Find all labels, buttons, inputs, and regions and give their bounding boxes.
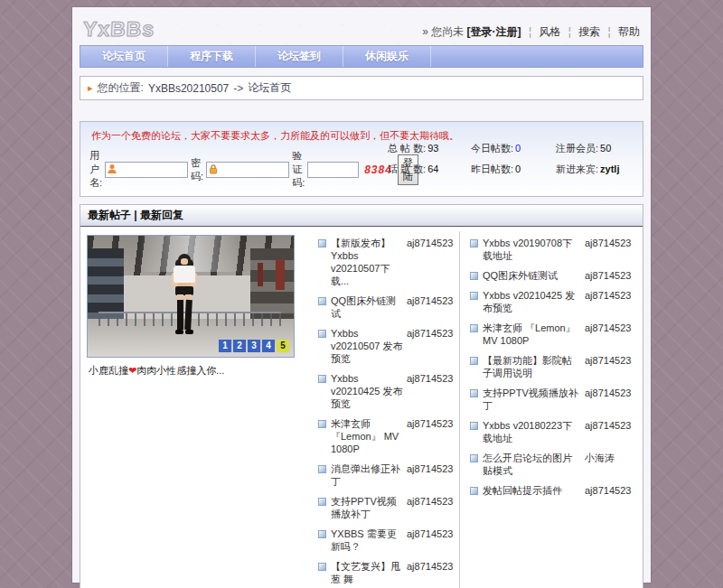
breadcrumb-page-link[interactable]: 论坛首页 <box>248 80 291 96</box>
post-author: aj8714523 <box>407 417 454 430</box>
post-row[interactable]: Yxbbs v20180223下载地址aj8714523 <box>462 415 641 448</box>
slideshow-pagination: 1 2 3 4 5 <box>219 340 289 352</box>
post-row[interactable]: 米津玄师 『Lemon』 MV 1080Paj8714523 <box>310 414 457 459</box>
password-label: 密 码: <box>191 156 203 183</box>
main-nav: 论坛首页 程序下载 论坛签到 休闲娱乐 <box>80 45 643 68</box>
separator: ¦ <box>608 25 611 38</box>
desktop-background: { "header": { "logo": "YxBBs", "status_p… <box>0 0 723 588</box>
page-1-button[interactable]: 1 <box>219 340 231 352</box>
post-title-link[interactable]: 【新版发布】Yxbbs v20210507下载... <box>331 237 403 287</box>
post-title-link[interactable]: 米津玄师 『Lemon』 MV 1080P <box>331 417 403 455</box>
image-door <box>276 259 285 290</box>
breadcrumb-arrow-icon: ▸ <box>88 82 93 94</box>
page-3-button[interactable]: 3 <box>248 340 260 352</box>
nav-forum-home[interactable]: 论坛首页 <box>80 46 168 67</box>
post-bullet-icon <box>470 487 478 495</box>
help-link[interactable]: 帮助 <box>618 25 640 38</box>
style-link[interactable]: 风格 <box>539 25 560 38</box>
password-field-wrap <box>206 162 289 178</box>
post-bullet-icon <box>470 272 478 280</box>
post-author: aj8714523 <box>407 237 454 249</box>
image-dancer-figure <box>168 254 201 337</box>
stat-members: 注册会员:50 <box>556 142 634 155</box>
post-title-link[interactable]: 怎么开启论坛的图片贴模式 <box>483 452 581 477</box>
post-bullet-icon <box>318 498 326 506</box>
featured-post-image[interactable]: 1 2 3 4 5 <box>87 235 295 358</box>
stat-topics: 话 题 数:64 <box>388 163 471 176</box>
post-row[interactable]: 支持PPTV视频播放补丁aj8714523 <box>462 383 641 415</box>
post-row[interactable]: 米津玄师 『Lemon』 MV 1080Paj8714523 <box>462 318 641 350</box>
username-label: 用户名: <box>89 149 102 190</box>
post-row[interactable]: 【新版发布】Yxbbs v20210507下载...aj8714523 <box>310 233 457 291</box>
stat-total-posts: 总 帖 数:93 <box>388 142 471 155</box>
post-row[interactable]: YXBBS 需要更新吗？aj8714523 <box>310 524 457 556</box>
post-title-link[interactable]: QQ图床外链测试 <box>331 294 403 320</box>
latest-posts-body: 1 2 3 4 5 小鹿乱撞❤肉肉小性感撞入你... 【新版发布】Yxbbs v… <box>80 227 643 588</box>
post-row[interactable]: 怎么开启论坛的图片贴模式小海涛 <box>462 448 641 481</box>
post-bullet-icon <box>470 292 478 300</box>
post-bullet-icon <box>318 297 326 305</box>
site-logo[interactable]: YxBBs <box>82 17 155 42</box>
featured-post-caption[interactable]: 小鹿乱撞❤肉肉小性感撞入你... <box>87 361 306 380</box>
login-register-link[interactable]: [登录·注册] <box>467 25 521 38</box>
post-row[interactable]: QQ图床外链测试aj8714523 <box>462 266 641 285</box>
post-author: aj8714523 <box>585 322 637 334</box>
breadcrumb-site-link[interactable]: YxBBs20210507 <box>148 82 229 95</box>
post-title-link[interactable]: 【最新功能】影院帖子调用说明 <box>483 354 581 379</box>
post-row[interactable]: 【最新功能】影院帖子调用说明aj8714523 <box>462 350 641 383</box>
post-title-link[interactable]: Yxbbs v20210425 发布预览 <box>331 372 403 410</box>
post-author: aj8714523 <box>585 237 637 249</box>
nav-program-download[interactable]: 程序下载 <box>168 46 256 67</box>
latest-posts-header: 最新帖子 | 最新回复 <box>80 205 643 227</box>
image-left-wall <box>88 248 124 319</box>
nav-forum-signin[interactable]: 论坛签到 <box>256 46 343 67</box>
featured-media-cell: 1 2 3 4 5 小鹿乱撞❤肉肉小性感撞入你... <box>80 231 308 588</box>
post-title-link[interactable]: 发帖回帖提示插件 <box>483 484 581 497</box>
captcha-label: 验证码: <box>292 149 305 190</box>
post-bullet-icon <box>318 420 326 428</box>
forum-stats: 总 帖 数:93 今日帖数:0 注册会员:50 话 题 数:64 昨日帖数:0 … <box>388 128 634 190</box>
post-row[interactable]: Yxbbs v20210425 发布预览aj8714523 <box>462 285 641 318</box>
heart-icon: ❤ <box>128 365 136 376</box>
post-title-link[interactable]: 支持PPTV视频播放补丁 <box>331 495 403 520</box>
post-title-link[interactable]: YXBBS 需要更新吗？ <box>331 527 403 553</box>
post-author: aj8714523 <box>407 560 454 573</box>
post-row[interactable]: Yxbbs v20210425 发布预览aj8714523 <box>310 369 457 414</box>
post-title-link[interactable]: QQ图床外链测试 <box>483 269 581 282</box>
search-link[interactable]: 搜索 <box>578 25 600 38</box>
post-row[interactable]: QQ图床外链测试aj8714523 <box>310 291 457 323</box>
login-status-text: » 您尚未 <box>422 25 464 38</box>
user-icon <box>107 163 117 176</box>
post-title-link[interactable]: Yxbbs v20190708下载地址 <box>483 237 581 262</box>
page-5-button-active[interactable]: 5 <box>277 340 289 352</box>
captcha-field-wrap <box>307 162 359 178</box>
post-bullet-icon <box>470 239 478 247</box>
post-title-link[interactable]: 消息弹出修正补丁 <box>331 462 403 488</box>
post-bullet-icon <box>318 465 326 473</box>
post-author: aj8714523 <box>585 354 637 367</box>
image-door <box>258 263 263 286</box>
page-2-button[interactable]: 2 <box>233 340 246 352</box>
captcha-input[interactable] <box>307 162 359 178</box>
login-area: 作为一个免费的论坛，大家不要要求太多，力所能及的可以做到，但不要太期待哦。 用户… <box>89 128 380 190</box>
post-title-link[interactable]: Yxbbs v20210425 发布预览 <box>483 289 581 314</box>
post-row[interactable]: 消息弹出修正补丁aj8714523 <box>310 459 457 491</box>
nav-leisure[interactable]: 休闲娱乐 <box>343 46 431 67</box>
post-row[interactable]: Yxbbs v20190708下载地址aj8714523 <box>462 233 641 266</box>
post-title-link[interactable]: Yxbbs v20180223下载地址 <box>483 419 581 444</box>
post-row[interactable]: Yxbbs v20210507 发布预览aj8714523 <box>310 323 457 369</box>
post-author: aj8714523 <box>407 527 454 540</box>
post-row[interactable]: 发帖回帖提示插件aj8714523 <box>462 481 641 500</box>
post-row[interactable]: 【文艺复兴】甩 葱 舞aj8714523 <box>310 556 457 588</box>
breadcrumb: ▸ 您的位置: YxBBs20210507 -> 论坛首页 <box>80 76 643 100</box>
post-title-link[interactable]: 米津玄师 『Lemon』 MV 1080P <box>483 322 581 347</box>
post-author: aj8714523 <box>585 484 637 497</box>
latest-posts-column: 【新版发布】Yxbbs v20210507下载...aj8714523 QQ图床… <box>308 231 459 588</box>
post-title-link[interactable]: Yxbbs v20210507 发布预览 <box>331 327 403 365</box>
post-bullet-icon <box>470 422 478 430</box>
post-title-link[interactable]: 【文艺复兴】甩 葱 舞 <box>331 560 403 585</box>
post-title-link[interactable]: 支持PPTV视频播放补丁 <box>483 387 581 412</box>
post-bullet-icon <box>470 454 478 462</box>
post-row[interactable]: 支持PPTV视频播放补丁aj8714523 <box>310 491 457 524</box>
page-4-button[interactable]: 4 <box>262 340 275 352</box>
